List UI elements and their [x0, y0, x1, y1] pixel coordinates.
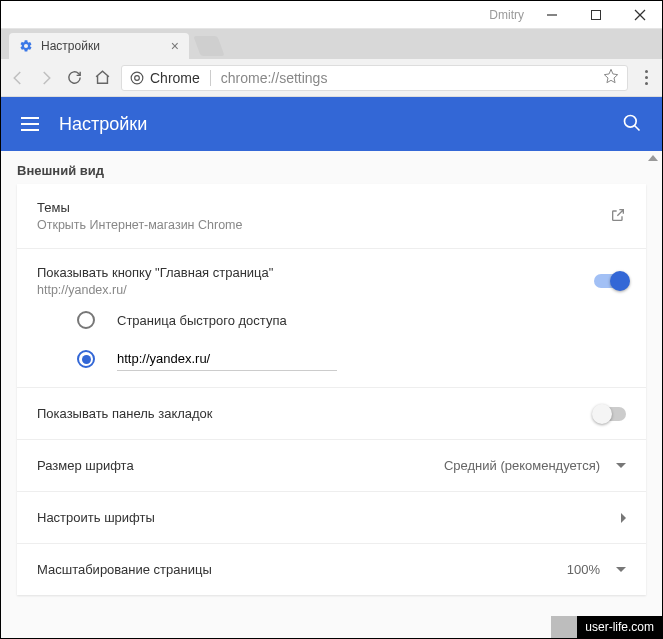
browser-menu-button[interactable]: [638, 70, 654, 85]
nav-forward-button[interactable]: [37, 69, 55, 87]
home-button-toggle[interactable]: [594, 274, 626, 288]
radio-custom-indicator: [77, 350, 95, 368]
address-path: chrome://settings: [221, 70, 328, 86]
chevron-down-icon: [616, 463, 626, 468]
watermark: user-life.com: [551, 616, 662, 638]
themes-subtitle: Открыть Интернет-магазин Chrome: [37, 218, 242, 232]
home-icon: [94, 69, 111, 86]
maximize-icon: [591, 10, 601, 20]
svg-line-6: [635, 125, 640, 130]
tab-strip: Настройки ×: [1, 29, 662, 59]
svg-point-4: [135, 75, 140, 80]
radio-ntp-label: Страница быстрого доступа: [117, 313, 287, 328]
address-bar: Chrome chrome://settings: [1, 59, 662, 97]
row-customize-fonts[interactable]: Настроить шрифты: [17, 492, 646, 544]
close-icon: [634, 9, 646, 21]
home-button-radio-group: Страница быстрого доступа: [37, 311, 626, 371]
radio-option-custom[interactable]: [77, 347, 626, 371]
minimize-icon: [546, 9, 558, 21]
home-url-input[interactable]: [117, 347, 337, 371]
address-field[interactable]: Chrome chrome://settings: [121, 65, 628, 91]
section-title-appearance: Внешний вид: [1, 151, 662, 184]
row-page-zoom[interactable]: Масштабирование страницы 100%: [17, 544, 646, 595]
row-font-size[interactable]: Размер шрифта Средний (рекомендуется): [17, 440, 646, 492]
window-user-label: Dmitry: [489, 8, 524, 22]
nav-home-button[interactable]: [93, 69, 111, 87]
settings-header: Настройки: [1, 97, 662, 151]
search-icon: [622, 113, 642, 133]
page-zoom-title: Масштабирование страницы: [37, 562, 212, 577]
nav-reload-button[interactable]: [65, 69, 83, 87]
font-size-select[interactable]: Средний (рекомендуется): [444, 458, 626, 473]
nav-back-button[interactable]: [9, 69, 27, 87]
bookmarks-bar-title: Показывать панель закладок: [37, 406, 213, 421]
window-maximize-button[interactable]: [574, 1, 618, 29]
appearance-card: Темы Открыть Интернет-магазин Chrome Пок…: [17, 184, 646, 595]
svg-point-3: [131, 72, 143, 84]
settings-menu-button[interactable]: [21, 117, 39, 131]
radio-ntp-indicator: [77, 311, 95, 329]
gear-icon: [19, 39, 33, 53]
tab-title: Настройки: [41, 39, 100, 53]
themes-title: Темы: [37, 200, 242, 215]
bookmark-star-button[interactable]: [603, 68, 619, 87]
watermark-label: user-life.com: [577, 616, 662, 638]
chevron-down-icon: [616, 567, 626, 572]
bookmarks-bar-toggle[interactable]: [594, 407, 626, 421]
arrow-right-icon: [37, 69, 55, 87]
customize-fonts-title: Настроить шрифты: [37, 510, 155, 525]
reload-icon: [66, 69, 83, 86]
new-tab-button[interactable]: [193, 36, 224, 56]
radio-option-ntp[interactable]: Страница быстрого доступа: [77, 311, 626, 329]
window-minimize-button[interactable]: [530, 1, 574, 29]
address-host: Chrome: [150, 70, 200, 86]
page-zoom-value: 100%: [567, 562, 600, 577]
row-themes[interactable]: Темы Открыть Интернет-магазин Chrome: [17, 184, 646, 249]
settings-search-button[interactable]: [622, 113, 642, 136]
home-button-subtitle: http://yandex.ru/: [37, 283, 273, 297]
row-bookmarks-bar: Показывать панель закладок: [17, 388, 646, 440]
arrow-left-icon: [9, 69, 27, 87]
font-size-value: Средний (рекомендуется): [444, 458, 600, 473]
chevron-right-icon: [621, 513, 626, 523]
star-icon: [603, 68, 619, 84]
home-button-title: Показывать кнопку "Главная страница": [37, 265, 273, 280]
settings-content: Внешний вид Темы Открыть Интернет-магази…: [1, 151, 662, 638]
external-link-icon: [610, 207, 626, 226]
chrome-icon: [130, 71, 144, 85]
svg-point-5: [625, 115, 637, 127]
scroll-up-arrow[interactable]: [646, 151, 660, 165]
row-home-button: Показывать кнопку "Главная страница" htt…: [17, 249, 646, 388]
font-size-title: Размер шрифта: [37, 458, 134, 473]
address-separator: [210, 70, 211, 86]
window-titlebar: Dmitry: [1, 1, 662, 29]
settings-title: Настройки: [59, 114, 147, 135]
page-zoom-select[interactable]: 100%: [567, 562, 626, 577]
window-close-button[interactable]: [618, 1, 662, 29]
tab-settings[interactable]: Настройки ×: [9, 33, 189, 59]
tab-close-button[interactable]: ×: [171, 39, 179, 53]
